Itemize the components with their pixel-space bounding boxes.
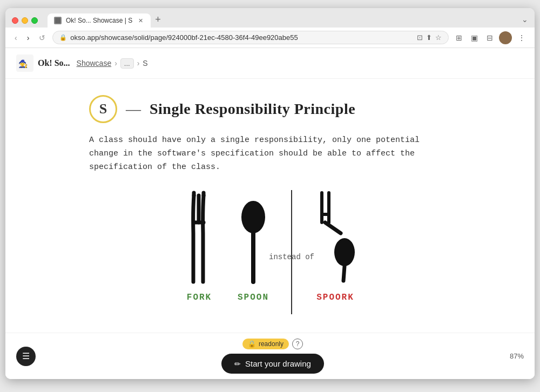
spoon-svg [237,190,269,287]
svg-rect-0 [55,18,60,23]
svg-point-4 [334,238,355,266]
spoork-container: SPOORK [314,190,357,302]
zoom-level: 87% [510,352,524,360]
tab-title: Ok! So... Showcase | S [66,17,132,24]
active-tab[interactable]: Ok! So... Showcase | S ✕ [48,13,151,28]
breadcrumb-current: S [143,59,147,67]
logo-text: Ok! So... [38,58,70,68]
page-title-row: S — Single Responsibility Principle [89,95,451,123]
chevron-down-icon: ⌄ [522,15,528,24]
right-side: SPOORK [314,190,357,302]
illustration-area: FORK SPOON instead o [89,190,451,314]
page-content: 🧙 Ok! So... Showcase › ... › S S — Singl… [5,48,535,379]
start-drawing-label: Start your drawing [245,359,311,368]
spoork-label: SPOORK [316,293,354,302]
tab-right-controls: ⌄ [522,15,528,26]
forward-button[interactable]: › [24,32,32,44]
left-side: FORK SPOON [183,190,269,302]
share-icon[interactable]: ⬆ [426,33,432,42]
app-header: 🧙 Ok! So... Showcase › ... › S [5,48,535,79]
logo-icon: 🧙 [16,55,33,72]
title-dash: — [126,100,141,118]
nav-right-icons: ⊞ ▣ ⊟ ⋮ [453,31,528,44]
menu-button[interactable]: ☰ [16,347,36,366]
tab-grid-icon[interactable]: ⊟ [484,32,496,44]
bottom-center: 🔒 readonly ? ✏ Start your drawing [221,339,324,374]
instead-of-label: instead of [269,252,314,263]
page-description: A class should have only a single respon… [89,134,451,174]
readonly-text: readonly [259,340,284,348]
user-avatar[interactable] [499,31,512,44]
svg-point-3 [241,201,265,233]
help-icon[interactable]: ? [292,339,303,349]
page-icon-circle: S [89,95,117,123]
url-text: okso.app/showcase/solid/page/924000bf-21… [70,33,414,42]
breadcrumb-showcase[interactable]: Showcase [77,59,112,67]
external-link-icon[interactable]: ⊡ [417,33,423,42]
bottom-bar: ☰ 🔒 readonly ? ✏ Start your drawing 87% [5,333,535,379]
more-options-icon[interactable]: ⋮ [515,32,528,44]
divider-section: instead of [269,190,314,314]
spoon-label: SPOON [238,293,269,302]
breadcrumb-separator-1: › [114,59,117,67]
spoon-container: SPOON [237,190,269,302]
close-button[interactable] [12,17,18,24]
refresh-button[interactable]: ↺ [36,32,48,44]
new-tab-button[interactable]: + [151,14,165,25]
breadcrumb-separator-2: › [137,59,140,67]
fork-label: FORK [187,293,212,302]
tab-favicon [54,17,62,24]
bookmark-icon[interactable]: ☆ [435,33,442,42]
breadcrumb-more[interactable]: ... [120,58,134,69]
app-logo: 🧙 Ok! So... [16,55,70,72]
spoork-svg [314,190,357,287]
badge-row: 🔒 readonly ? [242,339,303,349]
page-title: Single Responsibility Principle [150,100,355,118]
tab-bar: Ok! So... Showcase | S ✕ + [48,13,517,28]
readonly-badge: 🔒 readonly [242,339,289,349]
fork-svg [183,190,215,287]
minimize-button[interactable] [22,17,28,24]
extensions-icon[interactable]: ⊞ [453,32,465,44]
maximize-button[interactable] [31,17,38,24]
svg-text:🧙: 🧙 [18,59,28,69]
back-button[interactable]: ‹ [12,32,20,44]
navigation-bar: ‹ › ↺ 🔒 okso.app/showcase/solid/page/924… [5,28,535,48]
pencil-icon: ✏ [234,360,241,368]
fork-container: FORK [183,190,215,302]
start-drawing-button[interactable]: ✏ Start your drawing [221,354,324,374]
address-bar[interactable]: 🔒 okso.app/showcase/solid/page/924000bf-… [52,31,449,44]
address-bar-icons: ⊡ ⬆ ☆ [417,33,442,42]
lock-badge-icon: 🔒 [248,340,256,348]
lock-icon: 🔒 [59,34,67,41]
breadcrumb: Showcase › ... › S [77,58,148,69]
tab-close-button[interactable]: ✕ [137,17,144,24]
sidebar-icon[interactable]: ▣ [468,32,481,44]
traffic-lights [12,17,38,24]
